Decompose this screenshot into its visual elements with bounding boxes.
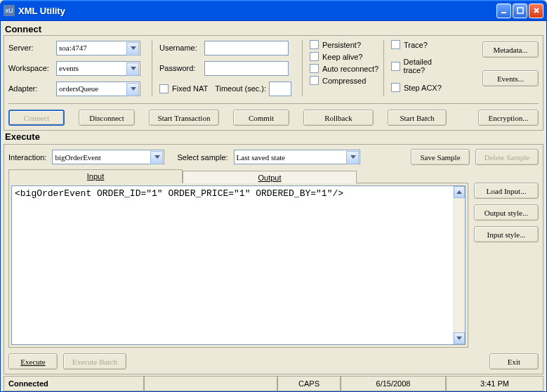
status-time: 3:41 PM [446,377,543,391]
interaction-label: Interaction: [8,153,46,162]
trace-checkbox[interactable]: Trace? [391,40,454,49]
metadata-button[interactable]: Metadata... [482,41,539,58]
arrow-down-icon [456,337,462,340]
editor-container: <bigOrderEvent ORDER_ID="1" ORDER_PRICE=… [8,183,468,348]
chevron-down-icon [350,155,356,159]
maximize-button[interactable] [513,4,527,18]
username-label: Username: [159,44,202,52]
app-icon: xU [4,5,15,16]
load-input-button[interactable]: Load Input... [474,183,539,199]
select-sample-combo[interactable]: Last saved state [234,150,360,164]
status-empty [144,377,277,391]
auto-reconnect-checkbox[interactable]: Auto reconnect? [310,64,381,73]
step-acx-checkbox[interactable]: Step ACX? [391,83,454,92]
chevron-down-icon [131,67,136,70]
select-sample-label: Select sample: [177,153,228,162]
disconnect-button[interactable]: Disconnect [79,110,135,126]
svg-rect-1 [518,8,523,13]
start-batch-button[interactable]: Start Batch [388,110,447,126]
input-style-button[interactable]: Input style... [474,226,539,242]
connect-group-title: Connect [5,24,543,34]
timeout-label: Timeout (sec.): [215,84,266,93]
fixed-nat-checkbox[interactable]: Fixed NAT [159,84,208,93]
start-transaction-button[interactable]: Start Transaction [149,110,219,126]
workspace-combo[interactable]: events [56,61,140,76]
output-style-button[interactable]: Output style... [474,204,539,221]
compressed-checkbox[interactable]: Compressed [310,76,381,85]
execute-group-title: Execute [5,131,543,142]
status-connected: Connected [4,377,144,391]
encryption-button[interactable]: Encryption... [478,110,539,126]
connect-button[interactable]: Connect [8,110,65,126]
chevron-down-icon [131,87,136,91]
save-sample-button[interactable]: Save Sample [411,149,470,165]
persistent-checkbox[interactable]: Persistent? [310,40,381,49]
execute-batch-button: Execute Batch [63,353,126,370]
password-input[interactable] [204,61,289,76]
chevron-down-icon [131,46,136,50]
status-bar: Connected CAPS 6/15/2008 3:41 PM [4,376,543,391]
keep-alive-checkbox[interactable]: Keep alive? [310,52,381,61]
commit-button[interactable]: Commit [233,110,289,126]
delete-sample-button: Delete Sample [475,149,539,165]
exit-button[interactable]: Exit [489,353,539,370]
server-combo[interactable]: soa:4747 [56,41,140,55]
svg-rect-0 [501,12,506,13]
detailed-trace-checkbox[interactable]: Detailed trace? [391,58,454,74]
password-label: Password: [159,64,202,72]
status-caps: CAPS [277,377,341,391]
username-input[interactable] [204,41,289,55]
workspace-label: Workspace: [8,64,53,72]
tab-bar: Input Output [8,169,539,183]
scroll-up-button[interactable] [454,186,465,198]
chevron-down-icon [154,155,160,159]
scroll-down-button[interactable] [454,332,465,344]
server-label: Server: [8,44,53,52]
rollback-button[interactable]: Rollback [303,110,374,126]
arrow-up-icon [456,190,462,194]
execute-panel: Interaction: bigOrderEvent Select sample… [4,144,543,374]
events-button[interactable]: Events... [482,70,539,86]
xml-editor[interactable]: <bigOrderEvent ORDER_ID="1" ORDER_PRICE=… [11,185,466,345]
window-title: XML Utility [18,6,496,16]
timeout-input[interactable] [269,81,291,96]
execute-button[interactable]: Execute [8,353,58,370]
status-date: 6/15/2008 [341,377,446,391]
titlebar: xU XML Utility [0,0,547,21]
interaction-combo[interactable]: bigOrderEvent [52,150,164,164]
tab-output[interactable]: Output [183,171,357,183]
adapter-combo[interactable]: ordersQueue [56,81,140,96]
tab-input[interactable]: Input [8,169,183,183]
window-controls [496,4,543,18]
connect-panel: Server: soa:4747 Workspace: events Adapt… [4,35,543,131]
adapter-label: Adapter: [8,84,53,93]
vertical-scrollbar[interactable] [453,186,465,344]
close-button[interactable] [529,4,543,18]
minimize-button[interactable] [496,4,511,18]
client-area: Connect Server: soa:4747 Workspace: even… [0,21,547,392]
